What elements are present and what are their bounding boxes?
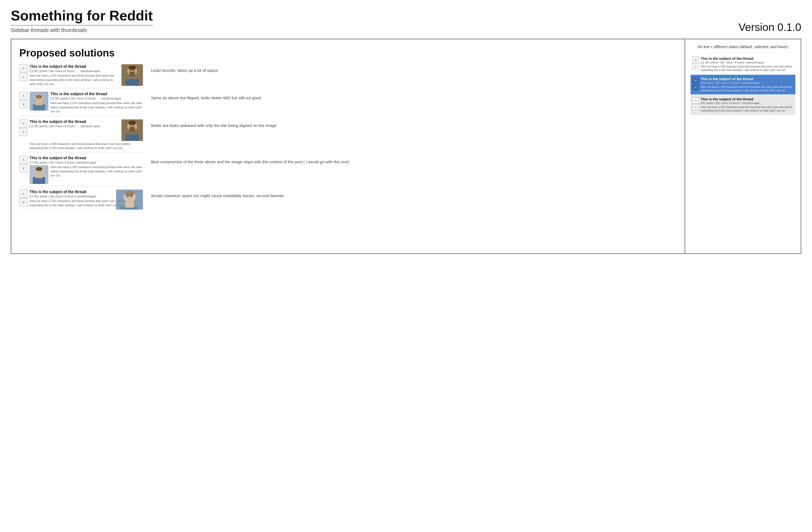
thread-content-3: This is the subject of the thread 301 po…: [30, 120, 143, 150]
sidebar-thread-selected[interactable]: ∧ ∨ This is the subject of the thread 30…: [691, 75, 795, 94]
vote-buttons-1: ∧ ∨: [19, 64, 27, 82]
svg-point-12: [36, 95, 42, 98]
downvote-btn-3[interactable]: ∨: [19, 128, 27, 136]
envelope-icon-5: [30, 195, 33, 197]
svg-rect-21: [129, 127, 135, 132]
svg-point-27: [36, 167, 42, 171]
svg-rect-38: [125, 202, 134, 208]
downvote-btn-5[interactable]: ∨: [19, 198, 27, 206]
thread-row-5: ∧ ∨ This is the subject of the thread 30…: [19, 190, 679, 212]
svg-point-14: [40, 97, 41, 98]
upvote-btn-3[interactable]: ∧: [19, 120, 27, 127]
svg-point-35: [127, 196, 128, 197]
comment-5: Would maximize space but might cause rea…: [151, 191, 285, 198]
svg-point-36: [131, 196, 132, 197]
sidebar-meta-default: 301 points 16c linux 6 hours samdriod-ap…: [701, 61, 794, 64]
svg-point-19: [128, 121, 136, 125]
vote-buttons-2: ∧ ∨: [19, 92, 27, 109]
thread-content-5: This is the subject of the thread 301 po…: [30, 190, 143, 207]
svg-rect-31: [35, 174, 42, 178]
thread-preview-4: Here we have a 150 characters word limit…: [50, 165, 143, 178]
svg-point-8: [130, 70, 131, 71]
version-label: Version 0.1.0: [739, 21, 801, 33]
svg-point-29: [40, 170, 41, 171]
sidebar-upvote-default[interactable]: ∧: [692, 56, 699, 63]
right-panel-label: No text + different states (default, sel…: [691, 45, 795, 49]
thread-title-3: This is the subject of the thread: [30, 120, 119, 124]
vote-buttons-5: ∧ ∨: [19, 190, 27, 207]
sidebar-downvote-default[interactable]: ∨: [692, 64, 699, 70]
sidebar-upvote-selected[interactable]: ∧: [692, 77, 699, 83]
svg-point-24: [133, 125, 134, 126]
thread-item-2: ∧ ∨ This is the su: [19, 92, 143, 116]
sidebar-title-default: This is the subject of the thread: [701, 56, 794, 60]
downvote-btn-1[interactable]: ∨: [19, 73, 27, 81]
thread-image-4: [30, 165, 48, 184]
thread-meta-1: 301 points 16c linux 6 hours samdriod-ap…: [30, 69, 119, 73]
thread-meta-4: 301 points 16c linux 6 hours samdriod-ap…: [30, 161, 143, 164]
sidebar-preview-default: Here we have a 150 characters word limit…: [701, 65, 794, 72]
title-block: Something for Reddit Sidebar threads wit…: [11, 8, 153, 33]
comment-1: Least favorite, takes up a lot of space: [151, 65, 218, 73]
sidebar-downvote-hover[interactable]: ∨: [692, 104, 699, 111]
sidebar-thread-default[interactable]: ∧ ∨ This is the subject of the thread 30…: [691, 54, 795, 74]
upvote-btn-2[interactable]: ∧: [19, 92, 27, 100]
sidebar-preview-hover: Here we have a 150 characters word limit…: [701, 106, 794, 112]
envelope-icon-4: [30, 162, 33, 164]
sidebar-content-hover: This is the subject of the thread 301 po…: [701, 97, 794, 112]
downvote-btn-2[interactable]: ∨: [19, 100, 27, 108]
sidebar-content-default: This is the subject of the thread 301 po…: [701, 56, 794, 72]
svg-point-4: [128, 66, 136, 70]
sidebar-meta-selected: 301 points 16c linux 6 hours samdriod-ap…: [701, 82, 794, 84]
sidebar-title-selected: This is the subject of the thread: [701, 77, 794, 81]
envelope-icon-2: [50, 97, 54, 99]
thread-title-1: This is the subject of the thread: [30, 64, 119, 69]
upvote-btn-5[interactable]: ∧: [19, 190, 27, 198]
sidebar-downvote-selected[interactable]: ∨: [692, 84, 699, 90]
sidebar-preview-selected: Here we have a 150 characters word limit…: [701, 85, 794, 92]
envelope-icon-3: [30, 125, 33, 127]
downvote-btn-4[interactable]: ∨: [19, 164, 27, 172]
svg-rect-7: [126, 79, 139, 86]
svg-rect-22: [126, 134, 139, 141]
comment-4: Best compromise of the three above and t…: [151, 157, 349, 164]
thread-item-5: ∧ ∨ This is the subject of the thread 30…: [19, 190, 143, 210]
thread-content-1: This is the subject of the thread 301 po…: [30, 64, 119, 86]
page-header: Something for Reddit Sidebar threads wit…: [11, 8, 801, 33]
sidebar-vote-hover: ∧ ∨: [692, 97, 699, 111]
subtitle-line: Sidebar threads with thumbnails: [11, 25, 153, 33]
thread-row-3: ∧ ∨ This is the subject of the thread 30…: [19, 120, 679, 155]
left-panel: Proposed solutions ∧ ∨ This is the subje…: [11, 39, 685, 253]
section-title: Proposed solutions: [19, 47, 679, 59]
sidebar-upvote-hover[interactable]: ∧: [692, 97, 699, 103]
thread-image-1: [121, 64, 143, 86]
comment-2: Same as above but flipped, looks better …: [151, 93, 261, 100]
thread-content-2: This is the subject of the thread 301 po…: [50, 92, 143, 113]
sidebar-envelope-default: [701, 62, 704, 64]
page-subtitle: Sidebar threads with thumbnails: [11, 27, 87, 33]
thread-row-2: ∧ ∨ This is the su: [19, 92, 679, 118]
thread-5-body: Here we have a 150 characters word limit…: [30, 199, 143, 207]
thread-image-5: [116, 190, 143, 210]
svg-point-34: [125, 191, 134, 196]
thread-preview-2: Here we have a 150 characters word limit…: [50, 101, 143, 113]
thread-title-2: This is the subject of the thread: [50, 92, 143, 96]
svg-point-9: [133, 70, 134, 71]
sidebar-thread-hover[interactable]: ∧ ∨ This is the subject of the thread 30…: [691, 95, 795, 115]
upvote-btn-4[interactable]: ∧: [19, 156, 27, 164]
sidebar-title-hover: This is the subject of the thread: [701, 97, 794, 101]
svg-point-28: [37, 170, 38, 171]
upvote-btn-1[interactable]: ∧: [19, 64, 27, 72]
thread-row-4: ∧ ∨ This is the subject of the thread 30…: [19, 156, 679, 188]
svg-rect-16: [35, 101, 42, 105]
thread-title-4: This is the subject of the thread: [30, 156, 143, 160]
main-container: Proposed solutions ∧ ∨ This is the subje…: [11, 39, 801, 254]
svg-point-13: [37, 97, 38, 98]
thread-item-4: ∧ ∨ This is the subject of the thread 30…: [19, 156, 143, 186]
page-title: Something for Reddit: [11, 8, 153, 24]
svg-rect-6: [129, 72, 135, 76]
sidebar-vote-default: ∧ ∨: [692, 56, 699, 70]
thread-preview-3: Here we have a 150 characters word limit…: [30, 142, 143, 150]
sidebar-meta-hover: 301 points 16c linux 6 hours samdriod-ap…: [701, 102, 794, 104]
thread-item-3: ∧ ∨ This is the subject of the thread 30…: [19, 120, 143, 153]
